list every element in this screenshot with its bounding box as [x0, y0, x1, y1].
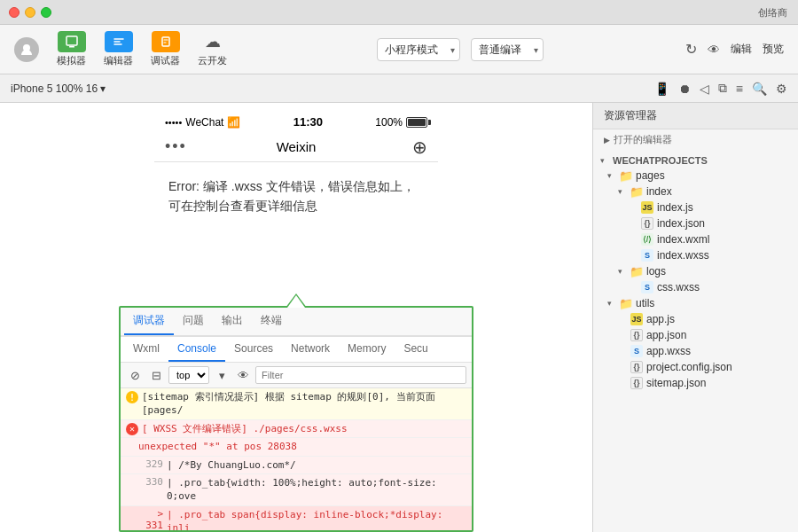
pages-label: pages: [636, 169, 665, 182]
tab-debugger[interactable]: 调试器: [124, 308, 174, 335]
console-filter-icon[interactable]: ⊟: [147, 366, 165, 384]
json-icon-index: {}: [641, 217, 653, 230]
toolbar-left: 模拟器 编辑器 调试器 ☁ 云开发: [14, 27, 234, 71]
sidebar-item-app-json[interactable]: {} app.json: [593, 327, 798, 343]
sidebar-item-css-wxss[interactable]: S css.wxss: [593, 279, 798, 295]
log-line-code-329: 329 | /*By ChuangLuo.com*/: [121, 457, 472, 474]
log-detail-1: unexpected "*" at pos 28038: [138, 440, 466, 453]
refresh-icon[interactable]: ↻: [685, 41, 697, 58]
sidebar-item-sitemap[interactable]: {} sitemap.json: [593, 375, 798, 391]
index-wxss-label: index.wxss: [657, 249, 709, 262]
sidebar-item-index-json[interactable]: {} index.json: [593, 215, 798, 231]
device-label[interactable]: iPhone 5 100% 16 ▾: [11, 82, 106, 95]
console-clear-icon[interactable]: ⊘: [126, 366, 144, 384]
phone-nav-more-icon[interactable]: ⊕: [412, 137, 427, 158]
utils-arrow: ▾: [607, 299, 616, 308]
console-tab-console[interactable]: Console: [168, 337, 225, 362]
logs-arrow: ▾: [618, 267, 627, 276]
sidebar-section-title: 资源管理器: [593, 103, 798, 129]
editor-button[interactable]: 编辑器: [97, 27, 140, 71]
eye-icon[interactable]: 👁: [708, 43, 720, 57]
debugger-label: 调试器: [151, 54, 180, 67]
battery-percent: 100%: [375, 116, 403, 129]
index-json-label: index.json: [657, 217, 705, 230]
sidebar-item-app-wxss[interactable]: S app.wxss: [593, 343, 798, 359]
sidebar-item-index-wxss[interactable]: S index.wxss: [593, 247, 798, 263]
phone-nav-dots[interactable]: •••: [165, 137, 187, 156]
devtools-arrow-inner: [287, 295, 305, 308]
avatar[interactable]: [14, 37, 39, 62]
log-num-331: > 331: [138, 508, 163, 530]
preview-button[interactable]: 预览: [763, 42, 784, 57]
wxss-icon-app: S: [630, 345, 643, 357]
edit-button[interactable]: 编辑: [731, 42, 752, 57]
mode-select[interactable]: 小程序模式: [377, 38, 460, 61]
sidebar-item-index-js[interactable]: JS index.js: [593, 200, 798, 215]
sidebar-project-root[interactable]: ▾ WECHATPROJECTS: [593, 153, 798, 168]
compile-select-wrapper[interactable]: 普通编译: [471, 38, 544, 61]
sidebar-item-project-config[interactable]: {} project.config.json: [593, 359, 798, 375]
tab-problems[interactable]: 问题: [174, 308, 213, 335]
context-select[interactable]: top: [168, 366, 209, 384]
sidebar-item-app-js[interactable]: JS app.js: [593, 311, 798, 327]
console-tab-memory[interactable]: Memory: [339, 337, 395, 362]
window-title: 创络商: [758, 5, 787, 19]
error-text: Error: 编译 .wxss 文件错误，错误信息如上，可在控制台查看更详细信息: [168, 176, 424, 216]
console-tab-wxml[interactable]: Wxml: [124, 337, 168, 362]
debugger-button[interactable]: 调试器: [144, 27, 187, 71]
phone-icon[interactable]: 📱: [654, 82, 669, 96]
copy-icon[interactable]: ⧉: [718, 81, 727, 96]
minimize-button[interactable]: [25, 7, 35, 18]
console-tab-network[interactable]: Network: [282, 337, 339, 362]
tab-terminal[interactable]: 终端: [252, 308, 291, 335]
phone-nav-title: Weixin: [277, 139, 317, 154]
phone-dots: •••••: [165, 117, 182, 128]
warn-icon: !: [126, 391, 138, 403]
console-eye-icon[interactable]: 👁: [234, 366, 252, 384]
sidebar-item-logs[interactable]: ▾ 📁 logs: [593, 263, 798, 279]
index-label: index: [646, 185, 672, 198]
secondary-toolbar-right: 📱 ⏺ ◁ ⧉ ≡ 🔍 ⚙: [654, 81, 787, 96]
settings-icon[interactable]: ⚙: [776, 82, 787, 96]
phone-screen: ••••• WeChat 📶 11:30 100% ••• Weixin ⊕: [154, 112, 438, 231]
log-line-warn: ! [sitemap 索引情况提示] 根据 sitemap 的规则[0], 当前…: [121, 388, 472, 420]
back-icon[interactable]: ◁: [700, 82, 709, 96]
close-button[interactable]: [9, 7, 20, 18]
sidebar-item-pages[interactable]: ▾ 📁 pages: [593, 168, 798, 184]
css-wxss-label: css.wxss: [657, 281, 700, 293]
log-line-code-331: > 331 | .pro_tab span{display: inline-bl…: [121, 506, 472, 530]
log-code-331: | .pro_tab span{display: inline-block;*d…: [167, 508, 466, 530]
search-icon[interactable]: 🔍: [752, 82, 767, 96]
svg-rect-1: [66, 36, 77, 45]
cloud-icon: ☁: [199, 31, 227, 52]
log-text-warn: [sitemap 索引情况提示] 根据 sitemap 的规则[0], 当前页面…: [142, 390, 466, 418]
simulator-button[interactable]: 模拟器: [50, 27, 93, 71]
maximize-button[interactable]: [41, 7, 51, 18]
json-icon-app: {}: [630, 329, 643, 341]
phone-status-bar: ••••• WeChat 📶 11:30 100%: [154, 112, 438, 132]
sidebar-item-index[interactable]: ▾ 📁 index: [593, 184, 798, 200]
mode-select-wrapper[interactable]: 小程序模式: [377, 38, 460, 61]
list-icon[interactable]: ≡: [736, 82, 743, 96]
console-dropdown-icon[interactable]: ▾: [213, 366, 231, 384]
console-tabs: Wxml Console Sources Network Memory Secu: [121, 336, 472, 363]
open-editors-label: 打开的编辑器: [614, 133, 672, 146]
phone-content: Error: 编译 .wxss 文件错误，错误信息如上，可在控制台查看更详细信息: [154, 162, 438, 231]
battery-fill: [408, 119, 426, 126]
console-filter-input[interactable]: [255, 366, 466, 384]
svg-rect-3: [162, 37, 169, 46]
console-tab-sources[interactable]: Sources: [225, 337, 282, 362]
app-js-label: app.js: [646, 313, 675, 325]
tab-output[interactable]: 输出: [213, 308, 252, 335]
phone-battery: 100%: [375, 116, 427, 129]
sidebar-item-index-wxml[interactable]: ⟨/⟩ index.wxml: [593, 231, 798, 247]
sidebar-item-utils[interactable]: ▾ 📁 utils: [593, 295, 798, 311]
open-editors-section[interactable]: ▶ 打开的编辑器: [593, 129, 798, 150]
compile-select[interactable]: 普通编译: [471, 38, 544, 61]
devtools-tabs: 调试器 问题 输出 终端: [121, 308, 472, 336]
console-tab-secu[interactable]: Secu: [395, 337, 436, 362]
cloud-button[interactable]: ☁ 云开发: [191, 27, 234, 71]
record-icon[interactable]: ⏺: [678, 82, 691, 96]
traffic-lights: [9, 7, 51, 18]
cloud-label: 云开发: [198, 54, 227, 67]
